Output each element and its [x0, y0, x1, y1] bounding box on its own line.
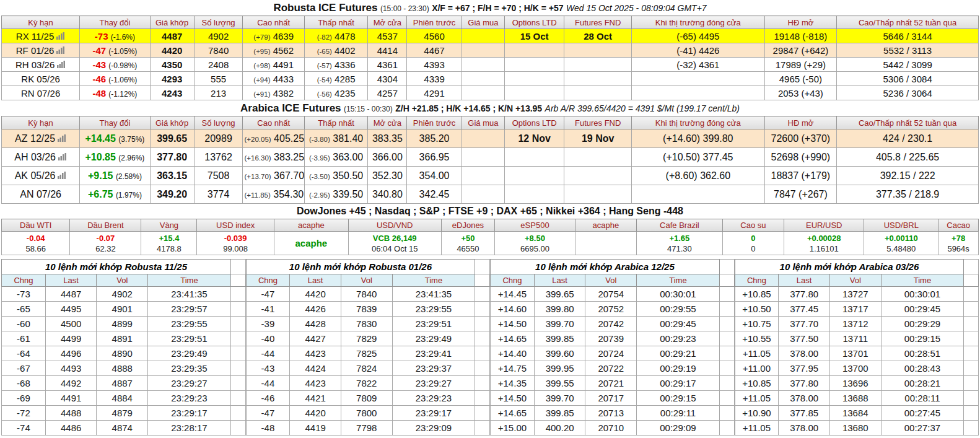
options-ltd-cell: 12 Nov [505, 129, 564, 148]
contract-cell[interactable]: RF 01/26 [2, 43, 80, 58]
spacer-cell [964, 260, 979, 274]
contract-cell[interactable]: RK 05/26 [2, 72, 80, 86]
last-price-cell: 4293 [150, 72, 194, 86]
orderbook-robusta-1125: 10 lệnh mới khớp Robusta 11/25 Chng Last… [1, 259, 246, 436]
open-interest-cell: 17989 (+29) [764, 58, 837, 72]
contract-cell[interactable]: RX 11/25 [2, 29, 80, 43]
open-interest-cell: 7847 (+267) [764, 185, 837, 204]
time-cell: 23:29:49 [392, 331, 475, 346]
last-cell: 4500 [45, 317, 97, 331]
time-cell: 00:29:17 [637, 376, 720, 391]
volume-cell: 7508 [194, 167, 243, 185]
orderbook-row: -64 4496 4890 23:29:49 [2, 346, 246, 361]
col-market-close: Khi thị trường đóng cửa [632, 116, 764, 129]
last-cell: 377.80 [779, 287, 830, 302]
col-time: Time [637, 274, 720, 287]
last-price-cell: 399.65 [150, 129, 194, 148]
chart-icon[interactable] [58, 152, 67, 163]
contract-label[interactable]: RH 03/26 [15, 59, 55, 70]
vol-cell: 4887 [97, 376, 148, 391]
orderbook-row: +14.50 399.70 20717 00:29:15 [491, 391, 735, 406]
contract-cell[interactable]: AZ 12/25 [2, 129, 80, 148]
contract-label[interactable]: RF 01/26 [16, 45, 55, 56]
contract-cell[interactable]: AK 05/26 [2, 167, 80, 185]
spacer-cell [475, 346, 490, 361]
last-price-cell: 349.20 [150, 185, 194, 204]
futures-row: RN 07/26 -48 (-1.12%) 4243 213 (+91) 438… [2, 86, 979, 100]
contract-label[interactable]: RK 05/26 [21, 74, 60, 84]
spacer-cell [230, 346, 245, 361]
contract-cell[interactable]: RH 03/26 [2, 58, 80, 72]
open-interest-cell: 52698 (+990) [764, 148, 837, 167]
time-cell: 23:29:57 [148, 302, 231, 317]
change-percent: (-1.06%) [108, 76, 137, 84]
time-cell: 00:29:09 [637, 421, 720, 436]
time-cell: 00:30:01 [881, 287, 964, 302]
contract-label[interactable]: AZ 12/25 [15, 133, 55, 144]
time-cell: 00:27:45 [881, 406, 964, 421]
high-cell: (+20.05) 405.25 [243, 129, 304, 148]
spacer-cell [475, 421, 490, 436]
orderbook-rows: -73 4487 4902 23:41:35 -65 4495 4901 23:… [2, 287, 246, 436]
col-prev: Phiên trước [407, 16, 462, 29]
contract-label[interactable]: RX 11/25 [16, 31, 54, 42]
spacer-cell [719, 421, 734, 436]
options-ltd-cell [505, 72, 564, 86]
chng-cell: +14.65 [491, 331, 535, 346]
col-open-interest: HĐ mở [764, 16, 837, 29]
change-percent: (-0.98%) [108, 61, 137, 70]
vol-cell: 20713 [585, 406, 637, 421]
low-diff: (-56) [317, 90, 332, 98]
robusta-title: Robusta ICE Futures [273, 2, 377, 14]
orderbook-row: +11.00 377.95 13700 00:28:43 [735, 361, 979, 376]
last-cell: 4428 [290, 317, 341, 331]
time-cell: 23:28:17 [148, 421, 231, 436]
chng-cell: -48 [246, 421, 290, 436]
orderbook-row: -44 4423 7822 23:29:27 [246, 376, 490, 391]
acaphe-brand[interactable]: acaphe [276, 238, 347, 248]
high-diff: (+94) [253, 76, 270, 84]
high-diff: (+91) [253, 90, 270, 98]
orderbook-row: -69 4491 4884 23:29:23 [2, 391, 246, 406]
low-cell: (-3.50) 350.50 [304, 167, 368, 185]
chng-cell: -69 [2, 391, 46, 406]
chart-icon[interactable] [57, 59, 66, 70]
time-cell: 23:29:23 [392, 391, 475, 406]
col-last: Last [290, 274, 341, 287]
orderbook-rows: -47 4420 7840 23:41:35 -41 4426 7839 23:… [246, 287, 490, 436]
chart-icon[interactable] [56, 45, 65, 56]
orderbook-title: 10 lệnh mới khớp Robusta 01/26 [246, 260, 475, 274]
vol-cell: 13680 [829, 421, 881, 436]
chart-icon[interactable] [56, 31, 65, 42]
high-cell: (+95) 4562 [243, 43, 304, 58]
contract-label[interactable]: RN 07/26 [21, 88, 60, 99]
col-chng: Chng [491, 274, 535, 287]
bid-cell [462, 29, 504, 43]
bid-cell [462, 129, 504, 148]
contract-label[interactable]: AH 03/26 [14, 152, 56, 162]
futures-row: AZ 12/25 +14.45 (3.75%) 399.65 20989 (+2… [2, 129, 979, 148]
col-open: Mở cửa [368, 116, 407, 129]
usd-vnd-change: VCB 26,149 [350, 233, 440, 243]
change-cell: +14.45 (3.75%) [80, 129, 151, 148]
orderbook-row: +14.35 399.55 20721 00:29:17 [491, 376, 735, 391]
options-ltd-cell [505, 58, 564, 72]
col-last: Last [534, 274, 585, 287]
spacer-cell [719, 331, 734, 346]
contract-cell[interactable]: AN 07/26 [2, 185, 80, 204]
cocoa-change: +78 [940, 233, 977, 243]
contract-label[interactable]: AK 05/26 [15, 170, 56, 181]
contract-cell[interactable]: RN 07/26 [2, 86, 80, 100]
contract-cell[interactable]: AH 03/26 [2, 148, 80, 167]
chart-icon[interactable] [58, 170, 66, 182]
change-cell: -48 (-1.12%) [80, 86, 151, 100]
contract-label[interactable]: AN 07/26 [20, 189, 61, 199]
orderbook-row: +14.60 399.80 20752 00:29:55 [491, 302, 735, 317]
futures-fnd-cell [564, 185, 632, 204]
orderbook-row: +10.50 377.45 13717 00:29:45 [735, 302, 979, 317]
time-cell: 00:30:01 [637, 287, 720, 302]
chart-icon[interactable] [58, 133, 66, 144]
orderbook-row: +10.85 377.80 13727 00:30:01 [735, 287, 979, 302]
acaphe-cell[interactable]: acaphe [274, 232, 348, 255]
orderbook-title: 10 lệnh mới khớp Arabica 03/26 [735, 260, 964, 274]
